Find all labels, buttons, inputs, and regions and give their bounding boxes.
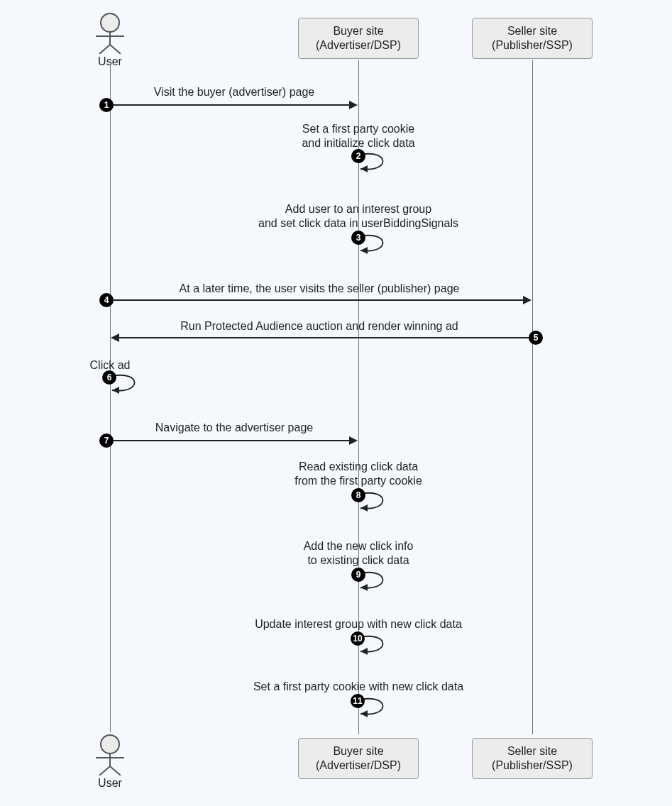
seller-line2-top: (Publisher/SSP) <box>492 39 573 51</box>
svg-marker-11 <box>360 247 368 254</box>
seller-lifeline <box>532 60 533 734</box>
step-5-badge: 5 <box>529 331 543 345</box>
step-1-badge: 1 <box>99 98 114 112</box>
step-9-badge: 9 <box>351 568 365 582</box>
svg-line-9 <box>110 766 121 775</box>
step-10-badge: 10 <box>351 631 365 646</box>
svg-point-0 <box>101 13 119 32</box>
svg-line-8 <box>99 766 110 775</box>
step-3-label: Add user to an interest group and set cl… <box>241 202 475 231</box>
user-icon <box>85 13 135 54</box>
svg-marker-12 <box>112 387 119 394</box>
buyer-line1-top: Buyer site <box>333 25 383 37</box>
buyer-participant-top: Buyer site (Advertiser/DSP) <box>298 18 419 59</box>
buyer-line2-bottom: (Advertiser/DSP) <box>316 759 401 771</box>
svg-line-4 <box>110 45 121 54</box>
step-4-arrow <box>114 299 524 301</box>
step-4-badge: 4 <box>99 293 114 307</box>
svg-marker-15 <box>360 648 368 655</box>
step-9-label: Add the new click info to existing click… <box>284 539 433 568</box>
svg-marker-14 <box>360 584 368 591</box>
step-5-arrow <box>119 337 530 338</box>
step-7-arrowhead <box>349 436 358 445</box>
step-7-badge: 7 <box>99 434 114 448</box>
svg-marker-13 <box>360 504 368 512</box>
svg-marker-16 <box>360 710 368 717</box>
user-actor-bottom: User <box>85 734 135 790</box>
user-actor-top: User <box>85 13 135 68</box>
svg-marker-10 <box>360 165 368 172</box>
step-8-label: Read existing click data from the first … <box>277 460 440 488</box>
step-2-badge: 2 <box>351 149 365 163</box>
step-1-label: Visit the buyer (advertiser) page <box>135 85 334 99</box>
user-lifeline <box>110 65 111 732</box>
user-label-bottom: User <box>85 777 135 790</box>
svg-line-3 <box>99 45 110 54</box>
step-7-label: Navigate to the advertiser page <box>145 421 323 435</box>
seller-participant-bottom: Seller site (Publisher/SSP) <box>472 738 593 779</box>
step-1-arrowhead <box>349 101 358 109</box>
user-icon <box>85 734 135 775</box>
buyer-participant-bottom: Buyer site (Advertiser/DSP) <box>298 738 419 779</box>
seller-line1-bottom: Seller site <box>507 745 557 757</box>
user-label-top: User <box>85 55 135 68</box>
step-11-badge: 11 <box>351 694 365 708</box>
step-8-badge: 8 <box>351 488 365 502</box>
step-11-label: Set a first party cookie with new click … <box>245 680 472 694</box>
step-7-arrow <box>114 440 351 441</box>
step-1-arrow <box>114 104 351 106</box>
buyer-line1-bottom: Buyer site <box>333 745 383 757</box>
sequence-diagram: User Buyer site (Advertiser/DSP) Seller … <box>0 0 672 806</box>
step-6-badge: 6 <box>102 370 116 385</box>
buyer-line2-top: (Advertiser/DSP) <box>316 39 401 51</box>
step-4-label: At a later time, the user visits the sel… <box>163 282 475 296</box>
step-2-label: Set a first party cookie and initialize … <box>266 122 451 150</box>
seller-line2-bottom: (Publisher/SSP) <box>492 759 573 771</box>
step-4-arrowhead <box>523 296 531 304</box>
step-3-badge: 3 <box>351 231 365 245</box>
seller-participant-top: Seller site (Publisher/SSP) <box>472 18 593 59</box>
svg-point-5 <box>101 735 119 753</box>
seller-line1-top: Seller site <box>507 25 557 37</box>
step-10-label: Update interest group with new click dat… <box>248 617 468 631</box>
step-5-label: Run Protected Audience auction and rende… <box>163 319 475 333</box>
step-5-arrowhead <box>111 333 119 342</box>
